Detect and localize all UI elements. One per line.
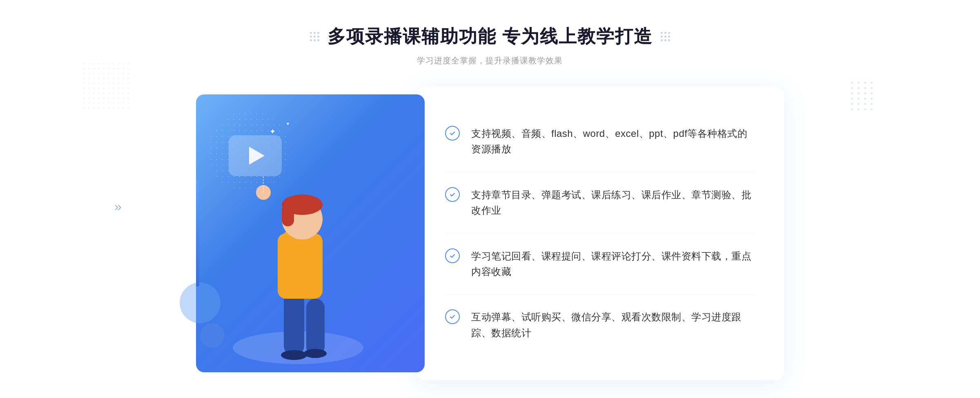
figure-illustration [220,143,376,372]
content-section: ✦ ✦ [122,87,858,380]
title-deco-left [310,32,319,41]
feature-item-2: 支持章节目录、弹题考试、课后练习、课后作业、章节测验、批改作业 [445,172,755,234]
svg-rect-10 [282,204,294,226]
sparkle-decoration-2: ✦ [286,121,290,127]
feature-item-1: 支持视频、音频、flash、word、excel、ppt、pdf等各种格式的资源… [445,111,755,172]
title-row: 多项录播课辅助功能 专为线上教学打造 [310,25,670,49]
features-panel: 支持视频、音频、flash、word、excel、ppt、pdf等各种格式的资源… [416,87,784,380]
header-section: 多项录播课辅助功能 专为线上教学打造 学习进度全掌握，提升录播课教学效果 [310,25,670,66]
feature-text-1: 支持视频、音频、flash、word、excel、ppt、pdf等各种格式的资源… [471,126,755,157]
svg-rect-2 [306,299,325,356]
svg-point-4 [304,349,327,358]
feature-text-4: 互动弹幕、试听购买、微信分享、观看次数限制、学习进度跟踪、数据统计 [471,309,755,341]
check-icon-2 [445,187,460,202]
svg-rect-1 [284,291,304,356]
page-title: 多项录播课辅助功能 专为线上教学打造 [327,25,653,49]
svg-point-3 [281,350,307,360]
circle-decoration-1 [180,282,220,323]
page-container: » 多项录播课辅助功能 专为线上教学打造 学习进度全掌握，提升录播课教学效果 [0,0,980,398]
feature-item-3: 学习笔记回看、课程提问、课程评论打分、课件资料下载，重点内容收藏 [445,234,755,295]
check-icon-3 [445,248,460,263]
blue-accent-bar [196,180,199,286]
feature-text-2: 支持章节目录、弹题考试、课后练习、课后作业、章节测验、批改作业 [471,187,755,219]
left-arrow-decoration: » [114,199,122,214]
title-deco-right [661,32,670,41]
feature-item-4: 互动弹幕、试听购买、微信分享、观看次数限制、学习进度跟踪、数据统计 [445,295,755,356]
feature-text-3: 学习笔记回看、课程提问、课程评论打分、课件资料下载，重点内容收藏 [471,248,755,280]
sparkle-decoration-1: ✦ [270,127,276,136]
check-icon-1 [445,126,460,141]
illustration-panel: ✦ ✦ [196,94,425,372]
page-subtitle: 学习进度全掌握，提升录播课教学效果 [310,55,670,66]
check-icon-4 [445,309,460,324]
